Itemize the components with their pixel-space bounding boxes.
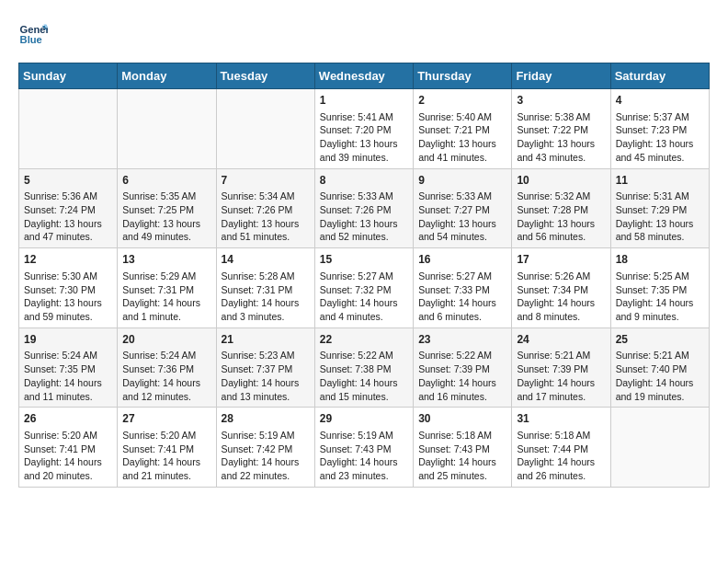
day-info: Sunrise: 5:29 AM bbox=[122, 270, 210, 283]
day-info: Sunset: 7:27 PM bbox=[418, 203, 506, 217]
logo-icon: General Blue bbox=[18, 18, 48, 48]
day-info: Sunset: 7:28 PM bbox=[517, 203, 605, 217]
day-info: Daylight: 13 hours and 52 minutes. bbox=[320, 217, 408, 244]
col-header-friday: Friday bbox=[512, 63, 610, 89]
day-info: Sunrise: 5:34 AM bbox=[222, 190, 310, 203]
day-info: Daylight: 13 hours and 41 minutes. bbox=[418, 137, 506, 164]
calendar-cell: 12Sunrise: 5:30 AMSunset: 7:30 PMDayligh… bbox=[19, 248, 118, 328]
day-info: Daylight: 13 hours and 58 minutes. bbox=[616, 217, 704, 244]
day-number: 31 bbox=[517, 411, 605, 427]
day-info: Daylight: 13 hours and 59 minutes. bbox=[24, 296, 112, 323]
day-number: 12 bbox=[24, 252, 112, 268]
day-info: Sunrise: 5:30 AM bbox=[24, 270, 112, 283]
calendar-cell bbox=[118, 89, 216, 169]
day-number: 20 bbox=[122, 332, 210, 348]
day-number: 10 bbox=[517, 173, 605, 189]
day-info: Daylight: 13 hours and 54 minutes. bbox=[418, 217, 506, 244]
day-number: 9 bbox=[418, 173, 506, 189]
day-info: Sunset: 7:43 PM bbox=[320, 442, 408, 456]
day-number: 14 bbox=[222, 252, 310, 268]
day-info: Sunset: 7:35 PM bbox=[616, 283, 704, 297]
calendar-cell: 10Sunrise: 5:32 AMSunset: 7:28 PMDayligh… bbox=[512, 168, 610, 248]
day-info: Daylight: 14 hours and 25 minutes. bbox=[418, 455, 506, 482]
day-number: 30 bbox=[418, 411, 506, 427]
calendar-cell: 5Sunrise: 5:36 AMSunset: 7:24 PMDaylight… bbox=[19, 168, 118, 248]
day-info: Sunrise: 5:38 AM bbox=[517, 110, 605, 124]
day-info: Daylight: 13 hours and 51 minutes. bbox=[222, 217, 310, 244]
day-info: Sunset: 7:35 PM bbox=[24, 362, 112, 376]
calendar-cell: 18Sunrise: 5:25 AMSunset: 7:35 PMDayligh… bbox=[610, 248, 709, 328]
calendar-cell: 9Sunrise: 5:33 AMSunset: 7:27 PMDaylight… bbox=[414, 168, 512, 248]
calendar-cell: 22Sunrise: 5:22 AMSunset: 7:38 PMDayligh… bbox=[314, 327, 413, 408]
calendar-cell: 26Sunrise: 5:20 AMSunset: 7:41 PMDayligh… bbox=[19, 408, 118, 488]
col-header-wednesday: Wednesday bbox=[314, 63, 413, 89]
col-header-tuesday: Tuesday bbox=[216, 63, 314, 89]
col-header-saturday: Saturday bbox=[610, 63, 709, 89]
svg-text:General: General bbox=[20, 24, 48, 35]
day-info: Sunrise: 5:19 AM bbox=[320, 429, 408, 442]
day-number: 17 bbox=[517, 252, 605, 268]
calendar-table: SundayMondayTuesdayWednesdayThursdayFrid… bbox=[18, 63, 710, 488]
day-info: Sunrise: 5:19 AM bbox=[222, 429, 310, 442]
page-header: General Blue bbox=[18, 18, 710, 48]
day-info: Sunset: 7:40 PM bbox=[616, 362, 704, 376]
day-info: Sunrise: 5:32 AM bbox=[517, 190, 605, 203]
day-info: Sunset: 7:26 PM bbox=[320, 203, 408, 217]
day-info: Sunset: 7:38 PM bbox=[320, 362, 408, 376]
day-info: Sunrise: 5:24 AM bbox=[24, 349, 112, 362]
calendar-cell: 13Sunrise: 5:29 AMSunset: 7:31 PMDayligh… bbox=[118, 248, 216, 328]
day-info: Daylight: 14 hours and 9 minutes. bbox=[616, 296, 704, 323]
calendar-cell: 31Sunrise: 5:18 AMSunset: 7:44 PMDayligh… bbox=[512, 408, 610, 488]
day-info: Sunset: 7:31 PM bbox=[122, 283, 210, 297]
day-info: Sunrise: 5:18 AM bbox=[517, 429, 605, 442]
day-info: Sunrise: 5:35 AM bbox=[122, 190, 210, 203]
day-info: Sunset: 7:39 PM bbox=[517, 362, 605, 376]
calendar-cell: 17Sunrise: 5:26 AMSunset: 7:34 PMDayligh… bbox=[512, 248, 610, 328]
day-info: Sunset: 7:24 PM bbox=[24, 203, 112, 217]
day-number: 8 bbox=[320, 173, 408, 189]
day-info: Daylight: 14 hours and 11 minutes. bbox=[24, 376, 112, 403]
day-info: Sunrise: 5:33 AM bbox=[418, 190, 506, 203]
day-number: 1 bbox=[320, 93, 408, 109]
calendar-cell bbox=[610, 408, 709, 488]
calendar-cell: 8Sunrise: 5:33 AMSunset: 7:26 PMDaylight… bbox=[314, 168, 413, 248]
day-number: 18 bbox=[616, 252, 704, 268]
day-info: Daylight: 13 hours and 43 minutes. bbox=[517, 137, 605, 164]
day-info: Sunrise: 5:41 AM bbox=[320, 110, 408, 124]
day-info: Daylight: 14 hours and 19 minutes. bbox=[616, 376, 704, 403]
calendar-cell: 23Sunrise: 5:22 AMSunset: 7:39 PMDayligh… bbox=[414, 327, 512, 408]
calendar-cell: 2Sunrise: 5:40 AMSunset: 7:21 PMDaylight… bbox=[414, 89, 512, 169]
day-number: 21 bbox=[222, 332, 310, 348]
day-info: Daylight: 14 hours and 1 minute. bbox=[122, 296, 210, 323]
day-info: Daylight: 14 hours and 26 minutes. bbox=[517, 455, 605, 482]
day-number: 15 bbox=[320, 252, 408, 268]
day-info: Sunrise: 5:25 AM bbox=[616, 270, 704, 283]
day-info: Daylight: 14 hours and 6 minutes. bbox=[418, 296, 506, 323]
day-info: Daylight: 14 hours and 17 minutes. bbox=[517, 376, 605, 403]
day-info: Daylight: 14 hours and 8 minutes. bbox=[517, 296, 605, 323]
day-info: Daylight: 14 hours and 12 minutes. bbox=[122, 376, 210, 403]
day-info: Sunset: 7:37 PM bbox=[222, 362, 310, 376]
day-number: 3 bbox=[517, 93, 605, 109]
day-info: Sunrise: 5:27 AM bbox=[418, 270, 506, 283]
day-info: Sunset: 7:20 PM bbox=[320, 123, 408, 137]
calendar-cell bbox=[216, 89, 314, 169]
day-info: Sunrise: 5:20 AM bbox=[122, 429, 210, 442]
day-info: Sunset: 7:42 PM bbox=[222, 442, 310, 456]
day-info: Sunrise: 5:40 AM bbox=[418, 110, 506, 124]
day-number: 27 bbox=[122, 411, 210, 427]
day-info: Sunrise: 5:31 AM bbox=[616, 190, 704, 203]
calendar-cell: 4Sunrise: 5:37 AMSunset: 7:23 PMDaylight… bbox=[610, 89, 709, 169]
day-info: Daylight: 14 hours and 21 minutes. bbox=[122, 455, 210, 482]
day-info: Sunrise: 5:37 AM bbox=[616, 110, 704, 124]
calendar-cell: 24Sunrise: 5:21 AMSunset: 7:39 PMDayligh… bbox=[512, 327, 610, 408]
calendar-cell: 15Sunrise: 5:27 AMSunset: 7:32 PMDayligh… bbox=[314, 248, 413, 328]
day-info: Sunset: 7:43 PM bbox=[418, 442, 506, 456]
day-info: Daylight: 14 hours and 20 minutes. bbox=[24, 455, 112, 482]
day-info: Sunrise: 5:33 AM bbox=[320, 190, 408, 203]
day-info: Sunrise: 5:20 AM bbox=[24, 429, 112, 442]
day-info: Daylight: 13 hours and 47 minutes. bbox=[24, 217, 112, 244]
day-info: Sunrise: 5:24 AM bbox=[122, 349, 210, 362]
day-info: Daylight: 14 hours and 22 minutes. bbox=[222, 455, 310, 482]
calendar-cell: 21Sunrise: 5:23 AMSunset: 7:37 PMDayligh… bbox=[216, 327, 314, 408]
